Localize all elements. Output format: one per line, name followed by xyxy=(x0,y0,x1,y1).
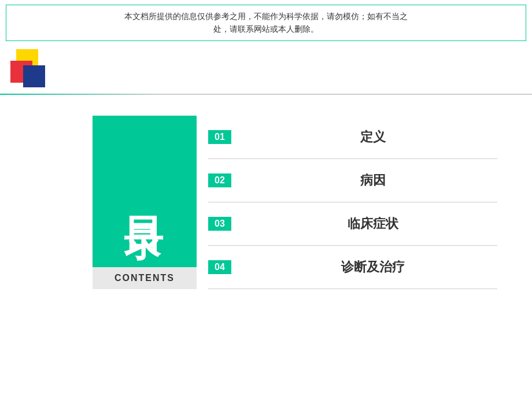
menu-item-04: 04诊断及治疗 xyxy=(208,246,497,289)
menu-item-03: 03临床症状 xyxy=(208,202,497,246)
disclaimer-banner: 本文档所提供的信息仅供参考之用，不能作为科学依据，请勿模仿；如有不当之 处，请联… xyxy=(6,5,526,41)
item-label-02: 病因 xyxy=(249,172,497,189)
disclaimer-line2: 处，请联系网站或本人删除。 xyxy=(18,23,514,35)
right-items: 01定义02病因03临床症状04诊断及治疗 xyxy=(197,116,497,289)
item-label-03: 临床症状 xyxy=(249,215,497,232)
item-label-04: 诊断及治疗 xyxy=(249,258,497,276)
main-content: 目录 CONTENTS 01定义02病因03临床症状04诊断及治疗 xyxy=(93,116,497,289)
disclaimer-line1: 本文档所提供的信息仅供参考之用，不能作为科学依据，请勿模仿；如有不当之 xyxy=(18,10,514,23)
item-number-01: 01 xyxy=(208,130,231,144)
item-number-04: 04 xyxy=(208,260,231,274)
chinese-title: 目录 xyxy=(119,116,171,267)
item-number-03: 03 xyxy=(208,217,231,231)
contents-label: CONTENTS xyxy=(93,267,197,289)
logo-squares xyxy=(10,49,57,93)
item-number-02: 02 xyxy=(208,173,231,187)
divider-line xyxy=(0,94,532,95)
left-box: 目录 CONTENTS xyxy=(93,116,197,289)
menu-item-01: 01定义 xyxy=(208,116,497,159)
item-label-01: 定义 xyxy=(249,128,497,146)
blue-square xyxy=(23,65,45,87)
menu-item-02: 02病因 xyxy=(208,159,497,202)
